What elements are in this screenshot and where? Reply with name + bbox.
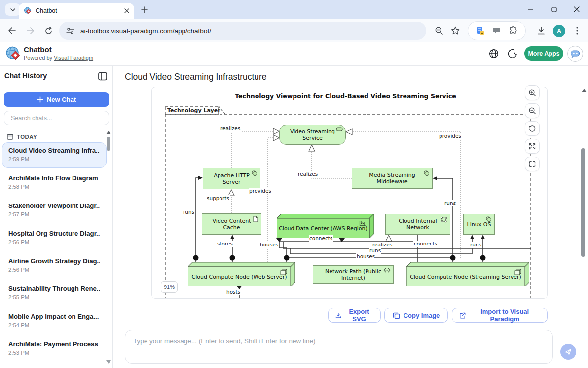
minimize-button[interactable] xyxy=(521,3,541,16)
zoom-indicator-button[interactable] xyxy=(433,25,445,37)
forward-button[interactable] xyxy=(25,25,37,37)
sidebar-scrollbar-thumb[interactable] xyxy=(107,137,110,151)
plus-icon xyxy=(37,96,43,103)
downloads-button[interactable] xyxy=(535,25,547,37)
copy-image-button[interactable]: Copy Image xyxy=(384,308,448,323)
facility-icon xyxy=(359,220,366,226)
collapse-panel-icon[interactable] xyxy=(98,71,108,81)
edge-label-runs: runs xyxy=(470,242,482,248)
new-tab-button[interactable] xyxy=(139,4,150,15)
new-chat-button[interactable]: New Chat xyxy=(4,92,109,107)
chat-list-item[interactable]: Stakeholder Viewpoint Diagr...2:57 PM xyxy=(2,198,107,223)
diagram-node-cloud-compute-node-streaming[interactable]: Cloud Compute Node (Streaming Server) xyxy=(406,262,529,286)
path-icon xyxy=(383,268,391,273)
sidebar-scroll-down[interactable] xyxy=(106,360,111,364)
node-label: Video Content Cache xyxy=(202,218,261,231)
node-cube-icon xyxy=(280,269,287,275)
system-software-icon xyxy=(485,216,492,222)
edge-label-stores: stores xyxy=(217,241,233,247)
diagram-node-cloud-compute-node-web[interactable]: Cloud Compute Node (Web Server) xyxy=(188,262,295,286)
tab-strip: Chatbot xyxy=(0,0,588,19)
node-label: Media Streaming Middleware xyxy=(352,172,432,185)
chat-list-item[interactable]: Sustainability Through Rene...2:55 PM xyxy=(2,281,107,306)
send-plane-icon xyxy=(564,348,572,356)
plus-icon xyxy=(141,6,148,13)
dark-mode-moon-icon[interactable] xyxy=(508,49,517,59)
browser-window: Chatbot ai-toolbox.visual-paradigm.com/a… xyxy=(0,0,588,368)
zoom-out-button[interactable] xyxy=(525,103,540,118)
fit-frame-icon xyxy=(528,160,536,168)
url-text: ai-toolbox.visual-paradigm.com/app/chatb… xyxy=(80,27,211,35)
main-scrollbar-thumb[interactable] xyxy=(581,148,585,257)
edge-label-provides: provides xyxy=(439,133,462,139)
expand-button[interactable] xyxy=(525,139,540,154)
powered-by: Powered by Visual Paradigm xyxy=(24,55,93,61)
toolbar-divider xyxy=(530,26,530,36)
export-svg-label: Export SVG xyxy=(345,308,373,323)
site-settings-icon[interactable] xyxy=(66,27,74,35)
maximize-icon xyxy=(551,7,557,12)
chatbot-robot-button[interactable] xyxy=(567,46,583,62)
edge-label-houses: houses xyxy=(356,253,375,260)
docs-offline-icon[interactable] xyxy=(476,26,485,36)
sidebar: Chat History New Chat TODAY Cloud Video … xyxy=(0,66,113,368)
app-title: Chatbot xyxy=(24,45,52,54)
maximize-button[interactable] xyxy=(544,3,564,16)
copy-image-label: Copy Image xyxy=(404,312,440,319)
more-apps-button[interactable]: More Apps xyxy=(524,46,563,61)
forward-icon xyxy=(26,27,35,35)
chat-history-list: Cloud Video Streaming Infra...2:59 PM Ar… xyxy=(2,142,107,364)
bookmark-button[interactable] xyxy=(449,25,461,37)
chat-list-item[interactable]: Airline Growth Strategy Diag...2:56 PM xyxy=(2,253,107,279)
language-globe-icon[interactable] xyxy=(489,49,499,59)
diagram-node-video-content-cache[interactable]: Video Content Cache xyxy=(202,213,261,235)
back-icon xyxy=(7,27,16,35)
chat-list-item[interactable]: ArchiMate Info Flow Diagram2:58 PM xyxy=(2,170,107,196)
browser-menu-button[interactable] xyxy=(571,25,583,37)
import-to-vp-button[interactable]: Import to Visual Paradigm xyxy=(452,308,548,323)
edge-label-connects: connects xyxy=(309,235,333,242)
back-button[interactable] xyxy=(6,25,18,37)
close-window-button[interactable] xyxy=(567,3,587,16)
message-input[interactable] xyxy=(125,330,553,364)
export-svg-button[interactable]: Export SVG xyxy=(328,308,381,323)
diagram-node-video-streaming-service[interactable]: Video Streaming Service xyxy=(279,125,346,145)
kebab-menu-icon xyxy=(576,27,578,35)
address-bar[interactable]: ai-toolbox.visual-paradigm.com/app/chatb… xyxy=(59,22,426,40)
app-header: Chatbot Powered by Visual Paradigm More … xyxy=(0,42,588,66)
diagram-node-apache-http-server[interactable]: Apache HTTP Server xyxy=(203,168,260,189)
chat-list-item[interactable]: Hospital Org Structure Diagr...2:56 PM xyxy=(2,225,107,251)
minimize-icon xyxy=(528,6,534,12)
tab-close-icon[interactable] xyxy=(124,8,129,13)
zoom-in-button[interactable] xyxy=(525,85,540,100)
diagram-node-linux-os[interactable]: Linux OS xyxy=(463,214,495,235)
extensions-puzzle-icon[interactable] xyxy=(509,26,517,35)
node-cube-icon xyxy=(514,269,521,275)
reload-button[interactable] xyxy=(42,25,54,37)
import-to-vp-label: Import to Visual Paradigm xyxy=(469,308,540,323)
diagram-node-cloud-internal-network[interactable]: Cloud Internal Network xyxy=(385,214,450,235)
chat-list-item[interactable]: Cloud Video Streaming Infra...2:59 PM xyxy=(2,142,107,168)
diagram-node-network-path[interactable]: Network Path (Public Internet) xyxy=(313,265,394,284)
service-icon xyxy=(336,127,343,131)
fit-view-button[interactable] xyxy=(525,157,540,171)
system-software-icon xyxy=(251,170,257,176)
reset-view-button[interactable] xyxy=(525,121,540,136)
profile-avatar[interactable]: A xyxy=(553,25,565,37)
edge-label-runs: runs xyxy=(183,209,195,215)
sidebar-scroll-up[interactable] xyxy=(106,131,111,134)
visual-paradigm-link[interactable]: Visual Paradigm xyxy=(54,55,93,61)
search-input[interactable] xyxy=(4,111,109,125)
technology-layer-group-label: Technology Layer xyxy=(167,107,220,114)
main-scroll-up[interactable] xyxy=(582,89,587,92)
diagram-node-cloud-data-center[interactable]: Cloud Data Center (AWS Region) xyxy=(277,214,374,238)
chat-list-item[interactable]: ArchiMate: Payment Process ...2:53 PM xyxy=(2,336,107,362)
new-chat-label: New Chat xyxy=(47,96,76,103)
diagram-node-media-streaming-middleware[interactable]: Media Streaming Middleware xyxy=(352,168,433,189)
browser-tab[interactable]: Chatbot xyxy=(19,3,134,19)
send-button[interactable] xyxy=(560,344,576,360)
expand-arrows-icon xyxy=(528,142,536,150)
chat-list-item[interactable]: Mobile App Impact on Enga...2:54 PM xyxy=(2,308,107,334)
comment-icon[interactable] xyxy=(492,27,501,35)
tab-title: Chatbot xyxy=(36,7,124,14)
